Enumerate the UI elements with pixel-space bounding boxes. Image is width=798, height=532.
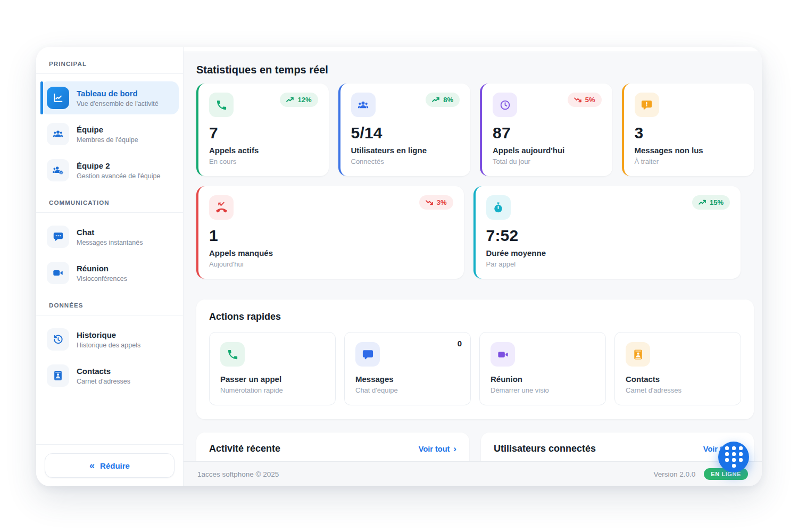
sidebar-item-title: Équipe 2: [77, 161, 160, 171]
video-icon: [491, 342, 515, 367]
sidebar-item-subtitle: Visioconférences: [77, 275, 127, 282]
stat-card-utilisateurs-en-ligne: 8% 5/14 Utilisateurs en ligne Connectés: [338, 84, 471, 176]
action-messages[interactable]: 0 Messages Chat d'équipe: [344, 332, 471, 405]
main-area: Statistiques en temps réel 12% 7 Appels …: [184, 47, 762, 486]
sidebar-section-label-donnees: DONNÉES: [36, 302, 183, 315]
users-icon: [351, 93, 376, 117]
dialpad-fab-button[interactable]: [718, 442, 749, 472]
clock-icon: [493, 93, 517, 117]
connected-users-card: Utilisateurs connectés Voir tout›: [481, 433, 754, 461]
stat-value: 1: [209, 227, 453, 245]
video-icon: [47, 262, 69, 284]
contacts-icon: [626, 342, 650, 367]
stat-sublabel: À traiter: [635, 157, 744, 165]
stat-card-duree-moyenne: 15% 7:52 Durée moyenne Par appel: [473, 186, 741, 279]
sidebar-item-title: Historique: [77, 330, 140, 340]
sidebar-item-equipe-2[interactable]: Équipe 2 Gestion avancée de l'équipe: [40, 154, 179, 187]
missed-call-icon: [209, 195, 234, 220]
collapse-sidebar-button[interactable]: « Réduire: [45, 453, 174, 478]
sidebar-item-title: Contacts: [77, 366, 130, 377]
stat-sublabel: Par appel: [486, 260, 730, 268]
stat-card-appels-aujourdhui: 5% 87 Appels aujourd'hui Total du jour: [480, 84, 612, 176]
action-subtitle: Chat d'équipe: [355, 386, 460, 394]
team-settings-icon: [47, 159, 69, 181]
message-alert-icon: [635, 93, 659, 117]
stat-value: 3: [635, 124, 744, 142]
app-window: PRINCIPAL Tableau de bord Vue d'ensemble…: [36, 47, 762, 486]
sidebar-item-subtitle: Carnet d'adresses: [77, 378, 130, 385]
phone-icon: [220, 342, 245, 367]
sidebar-item-title: Tableau de bord: [77, 88, 159, 99]
bottom-section: Activité récente Voir tout› Utilisateurs…: [196, 433, 754, 461]
stat-label: Appels manqués: [209, 248, 453, 257]
sidebar-item-historique[interactable]: Historique Historique des appels: [40, 323, 179, 356]
recent-activity-title: Activité récente: [209, 443, 280, 454]
stat-card-appels-manques: 3% 1 Appels manqués Aujourd'hui: [196, 186, 464, 279]
version-text: Version 2.0.0: [653, 470, 695, 478]
stat-label: Messages non lus: [635, 146, 744, 155]
stat-label: Appels actifs: [209, 146, 318, 155]
stat-card-messages-non-lus: 3 Messages non lus À traiter: [622, 84, 754, 176]
action-title: Contacts: [626, 375, 730, 384]
stats-row-2: 3% 1 Appels manqués Aujourd'hui 1: [196, 186, 741, 279]
action-subtitle: Démarrer une visio: [491, 386, 595, 394]
trend-badge: 15%: [692, 195, 730, 210]
sidebar-section-label-communication: COMMUNICATION: [36, 200, 183, 212]
messages-count-badge: 0: [458, 339, 462, 348]
trending-up-icon: [432, 97, 440, 103]
copyright-text: 1acces softphone © 2025: [197, 470, 279, 478]
connected-users-title: Utilisateurs connectés: [494, 443, 596, 454]
sidebar-item-tableau-de-bord[interactable]: Tableau de bord Vue d'ensemble de l'acti…: [40, 81, 179, 114]
trend-badge: 5%: [568, 93, 602, 107]
trending-down-icon: [426, 200, 434, 205]
dashboard-content: Statistiques en temps réel 12% 7 Appels …: [184, 52, 762, 461]
trend-badge: 3%: [419, 195, 453, 210]
quick-actions-panel: Actions rapides Passer un appel Numérota…: [196, 300, 754, 419]
sidebar-item-subtitle: Gestion avancée de l'équipe: [77, 172, 160, 180]
stat-sublabel: En cours: [209, 157, 318, 165]
stat-label: Utilisateurs en ligne: [351, 146, 460, 155]
trend-badge: 8%: [426, 93, 460, 107]
sidebar-item-title: Réunion: [77, 263, 127, 274]
history-icon: [47, 328, 69, 351]
quick-actions-title: Actions rapides: [209, 311, 741, 322]
team-icon: [47, 123, 69, 145]
sidebar-item-subtitle: Historique des appels: [77, 342, 140, 349]
trending-up-icon: [286, 97, 294, 103]
action-subtitle: Numérotation rapide: [220, 386, 325, 394]
stat-sublabel: Aujourd'hui: [209, 260, 453, 268]
sidebar-item-equipe[interactable]: Équipe Membres de l'équipe: [40, 118, 179, 151]
sidebar-section-label-principal: PRINCIPAL: [36, 61, 183, 73]
sidebar-item-reunion[interactable]: Réunion Visioconférences: [40, 256, 179, 289]
app-footer: 1acces softphone © 2025 Version 2.0.0 EN…: [184, 461, 762, 486]
divider: [36, 73, 183, 74]
sidebar-item-subtitle: Membres de l'équipe: [77, 136, 138, 144]
stat-label: Durée moyenne: [486, 248, 730, 257]
stat-value: 5/14: [351, 124, 460, 142]
sidebar-footer: « Réduire: [36, 444, 183, 486]
stat-label: Appels aujourd'hui: [493, 146, 602, 155]
stat-value: 7: [209, 124, 318, 142]
recent-activity-card: Activité récente Voir tout›: [196, 433, 469, 461]
action-title: Réunion: [491, 375, 595, 384]
sidebar-item-chat[interactable]: Chat Messages instantanés: [40, 220, 179, 253]
action-passer-un-appel[interactable]: Passer un appel Numérotation rapide: [209, 332, 336, 405]
sidebar-item-subtitle: Messages instantanés: [77, 239, 143, 246]
dashboard-icon: [47, 87, 69, 109]
chat-icon: [47, 226, 69, 248]
action-reunion[interactable]: Réunion Démarrer une visio: [479, 332, 606, 405]
sidebar-item-contacts[interactable]: Contacts Carnet d'adresses: [40, 359, 179, 392]
action-contacts[interactable]: Contacts Carnet d'adresses: [614, 332, 741, 405]
dialpad-icon: [725, 446, 743, 468]
divider: [36, 212, 183, 213]
collapse-label: Réduire: [100, 461, 130, 470]
stopwatch-icon: [486, 195, 511, 220]
trending-down-icon: [574, 97, 582, 103]
phone-icon: [209, 93, 234, 117]
stat-sublabel: Connectés: [351, 157, 460, 165]
collapse-chevrons-icon: «: [89, 461, 95, 470]
action-title: Passer un appel: [220, 375, 325, 384]
stats-row-1: 12% 7 Appels actifs En cours 8%: [196, 84, 754, 176]
voir-tout-link[interactable]: Voir tout›: [419, 444, 456, 453]
stat-card-appels-actifs: 12% 7 Appels actifs En cours: [196, 84, 329, 176]
